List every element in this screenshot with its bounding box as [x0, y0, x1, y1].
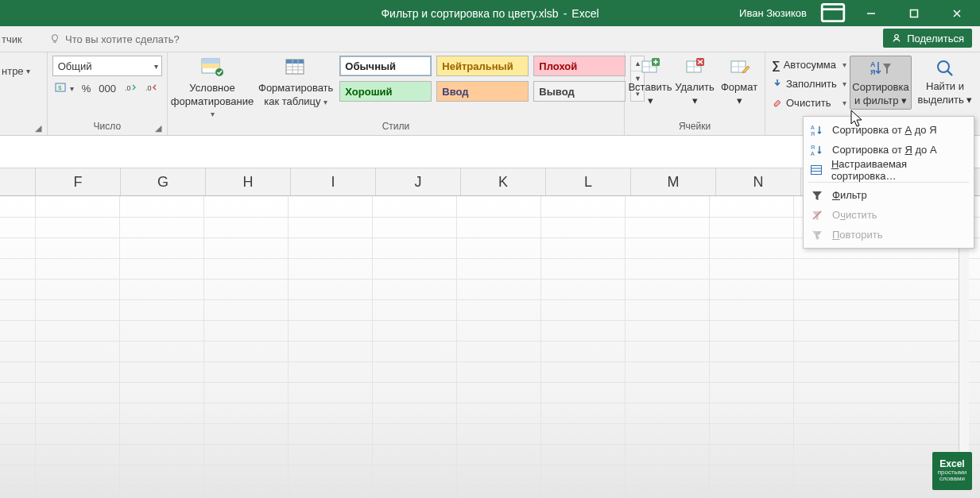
delete-cells-icon [683, 56, 707, 79]
style-output[interactable]: Вывод [533, 81, 626, 102]
fill-button[interactable]: Заполнить ▾ [770, 75, 846, 92]
tab-fragment[interactable]: тчик [0, 26, 30, 52]
group-styles: Условное форматирование ▾ [168, 52, 625, 135]
group-number: Общий ▾ $ ▾ % 000 .0 .0 [48, 52, 168, 135]
column-header[interactable]: I [291, 168, 376, 195]
column-header[interactable]: J [376, 168, 461, 195]
minimize-icon [866, 8, 877, 19]
minimize-button[interactable] [853, 0, 889, 26]
menu-separator [808, 182, 969, 183]
column-header[interactable]: K [461, 168, 546, 195]
autosum-button[interactable]: ∑ Автосумма ▾ [770, 56, 846, 73]
insert-cells-button[interactable]: Вставить ▾ [629, 56, 671, 106]
chevron-down-icon: ▾ [323, 98, 327, 106]
column-header[interactable]: F [36, 168, 121, 195]
currency-icon: $ [54, 81, 68, 95]
number-format-value: Общий [58, 60, 92, 72]
chevron-down-icon: ▾ [842, 79, 846, 88]
menu-sort-a-to-z[interactable]: AЯ Сортировка от А до Я [804, 120, 974, 140]
svg-rect-45 [812, 165, 822, 174]
group-label-number: Число [52, 121, 162, 135]
group-alignment-snippet: нтре ▾ ◢ [0, 52, 48, 135]
chevron-down-icon: ▾ [648, 95, 653, 106]
tell-me-search[interactable]: Что вы хотите сделать? [49, 33, 180, 45]
maximize-button[interactable] [896, 0, 932, 26]
format-as-table-button[interactable]: Форматировать как таблицу ▾ [258, 56, 333, 108]
svg-text:A: A [811, 125, 815, 130]
svg-text:$: $ [58, 84, 62, 91]
custom-sort-icon [810, 163, 823, 177]
sort-za-icon: ЯA [810, 143, 824, 157]
accounting-format-button[interactable]: $ ▾ [54, 81, 74, 95]
style-normal[interactable]: Обычный [339, 56, 432, 76]
merge-center-button-fragment[interactable]: нтре ▾ [2, 60, 30, 81]
column-header[interactable]: L [546, 168, 631, 195]
close-button[interactable] [939, 0, 975, 26]
column-header[interactable]: H [206, 168, 291, 195]
document-name: Фильтр и сортировка по цвету.xlsb [381, 7, 558, 20]
share-button[interactable]: Поделиться [883, 29, 972, 48]
dialog-launcher-icon[interactable]: ◢ [153, 122, 164, 133]
menu-sort-z-to-a[interactable]: ЯA Сортировка от Я до А [804, 140, 974, 160]
style-bad[interactable]: Плохой [533, 56, 626, 76]
ribbon-display-options-button[interactable] [819, 0, 846, 26]
format-cells-icon [727, 56, 751, 79]
group-cells: Вставить ▾ Удалить ▾ [625, 52, 765, 135]
magnifier-icon [933, 58, 957, 79]
funnel-icon [810, 188, 824, 203]
sort-filter-menu: AЯ Сортировка от А до Я ЯA Сортировка от… [803, 116, 974, 249]
column-header[interactable]: G [121, 168, 206, 195]
chevron-down-icon: ▾ [211, 110, 215, 118]
style-neutral[interactable]: Нейтральный [436, 56, 529, 76]
cell-styles-gallery[interactable]: Обычный Хороший Нейтральный Ввод Плохой … [339, 56, 645, 102]
format-cells-button[interactable]: Формат ▾ [719, 56, 760, 106]
menu-clear-filter: Очистить [804, 205, 974, 225]
dialog-launcher-icon[interactable]: ◢ [33, 122, 44, 133]
decrease-decimal-button[interactable]: .0 [145, 82, 157, 95]
menu-filter[interactable]: Фильтр [804, 185, 974, 205]
chevron-down-icon: ▾ [737, 95, 742, 106]
share-label: Поделиться [907, 33, 964, 44]
sort-filter-icon: A Я [869, 59, 893, 79]
column-header[interactable]: M [631, 168, 716, 195]
funnel-clear-icon [810, 208, 824, 222]
conditional-formatting-icon [199, 56, 225, 79]
svg-point-15 [215, 68, 223, 76]
number-format-combo[interactable]: Общий ▾ [52, 56, 162, 76]
svg-rect-3 [911, 10, 918, 17]
titlebar: Фильтр и сортировка по цвету.xlsb - Exce… [0, 0, 980, 26]
style-good[interactable]: Хороший [339, 81, 432, 102]
svg-rect-0 [822, 4, 844, 21]
sort-filter-button[interactable]: A Я Сортировка и фильтр ▾ [850, 56, 912, 110]
sort-az-icon: AЯ [810, 123, 824, 137]
insert-cells-icon [638, 56, 662, 79]
fill-down-icon [772, 78, 783, 89]
maximize-icon [908, 8, 920, 19]
app-name: Excel [571, 7, 598, 20]
svg-text:Я: Я [811, 145, 815, 150]
increase-decimal-button[interactable]: .0 [124, 82, 137, 95]
chevron-down-icon: ▾ [26, 67, 30, 75]
svg-rect-17 [286, 60, 304, 64]
comma-format-button[interactable]: 000 [99, 83, 116, 95]
chevron-down-icon: ▾ [692, 95, 698, 106]
column-header[interactable]: N [716, 168, 801, 195]
percent-format-button[interactable]: % [82, 83, 91, 95]
ribbon-display-icon [819, 0, 846, 27]
chevron-down-icon: ▾ [154, 62, 158, 71]
style-input[interactable]: Ввод [436, 81, 529, 102]
svg-text:A: A [811, 151, 815, 156]
delete-cells-button[interactable]: Удалить ▾ [674, 56, 715, 106]
menu-reapply: Повторить [804, 225, 974, 245]
conditional-formatting-button[interactable]: Условное форматирование ▾ [172, 56, 252, 120]
chevron-down-icon: ▾ [70, 84, 74, 93]
svg-text:.0: .0 [125, 84, 131, 92]
menu-custom-sort[interactable]: Настраиваемая сортировка… [804, 160, 974, 180]
funnel-reapply-icon [810, 228, 824, 242]
svg-text:A: A [870, 60, 876, 68]
find-select-button[interactable]: Найти и выделить ▾ [915, 56, 975, 108]
column-header-lead[interactable] [0, 168, 36, 195]
clear-button[interactable]: Очистить ▾ [770, 94, 846, 111]
signed-in-user[interactable]: Иван Зюзиков [739, 7, 807, 19]
watermark-badge: Excel простыми словами [932, 452, 972, 490]
